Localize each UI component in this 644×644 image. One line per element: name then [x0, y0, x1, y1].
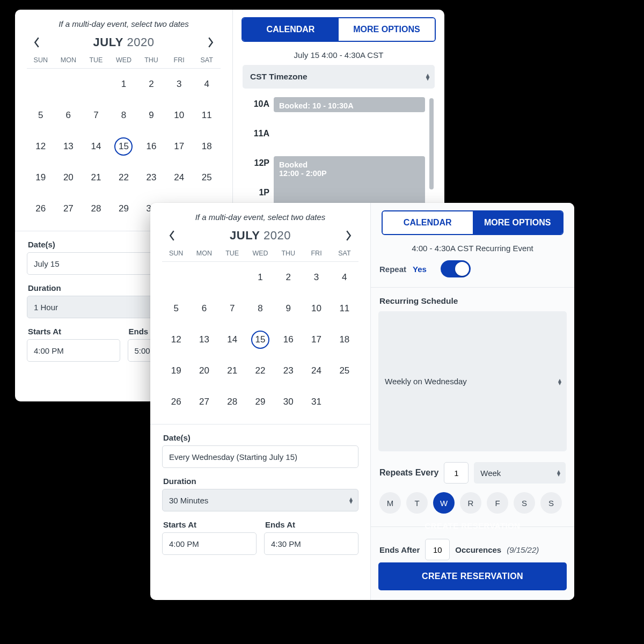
calendar-day[interactable]: 14: [82, 136, 110, 157]
weekday-label: SAT: [193, 56, 221, 64]
repeat-value: Yes: [413, 265, 427, 274]
multi-day-hint: If a multi-day event, select two dates: [162, 213, 358, 222]
calendar-day[interactable]: 22: [246, 361, 274, 381]
ends-after-input[interactable]: [425, 539, 450, 560]
tab-calendar[interactable]: CALENDAR: [383, 211, 473, 234]
calendar-day[interactable]: 17: [165, 136, 193, 157]
calendar-day[interactable]: 18: [193, 136, 221, 157]
repeat-toggle[interactable]: [441, 260, 471, 277]
day-circle[interactable]: T: [406, 492, 428, 514]
starts-at-input[interactable]: 4:00 PM: [27, 339, 120, 362]
calendar-day[interactable]: 8: [246, 298, 274, 319]
calendar-day[interactable]: 2: [274, 267, 302, 288]
calendar-day[interactable]: 13: [55, 136, 83, 157]
day-circle[interactable]: W: [433, 492, 455, 514]
scrollbar-thumb[interactable]: [429, 98, 434, 189]
next-month-button[interactable]: [203, 35, 218, 50]
calendar-day[interactable]: 21: [218, 361, 246, 381]
calendar-day[interactable]: 29: [110, 199, 138, 219]
calendar-day[interactable]: 6: [55, 105, 83, 126]
tab-more-options[interactable]: MORE OPTIONS: [339, 18, 435, 41]
day-circle[interactable]: S: [540, 492, 562, 514]
day-circle[interactable]: F: [487, 492, 508, 514]
calendar-day[interactable]: 8: [110, 105, 138, 126]
calendar-day[interactable]: 10: [302, 298, 330, 319]
calendar-day[interactable]: 28: [218, 392, 246, 412]
calendar-day[interactable]: 7: [82, 105, 110, 126]
calendar-day[interactable]: 20: [55, 167, 83, 188]
calendar-day[interactable]: 23: [137, 167, 165, 188]
calendar-day[interactable]: 14: [218, 330, 246, 350]
calendar-day[interactable]: 9: [274, 298, 302, 319]
calendar-day[interactable]: 23: [274, 361, 302, 381]
calendar-day[interactable]: 20: [190, 361, 218, 381]
month-header: JULY 2020: [162, 228, 358, 243]
prev-month-button[interactable]: [164, 228, 179, 243]
calendar-day[interactable]: 28: [82, 199, 110, 219]
calendar-day[interactable]: 4: [193, 74, 221, 94]
calendar-day[interactable]: 1: [246, 267, 274, 288]
day-circle[interactable]: M: [379, 492, 401, 514]
calendar-day[interactable]: 16: [274, 330, 302, 350]
calendar-day[interactable]: 16: [137, 136, 165, 157]
next-month-button[interactable]: [341, 228, 356, 243]
create-reservation-button[interactable]: CREATE RESERVATION: [378, 562, 567, 590]
tab-more-options[interactable]: MORE OPTIONS: [473, 211, 563, 234]
calendar-day[interactable]: 19: [162, 361, 190, 381]
calendar-day[interactable]: 31: [302, 392, 330, 412]
calendar-day[interactable]: 25: [193, 167, 221, 188]
day-circle[interactable]: S: [514, 492, 535, 514]
calendar-day[interactable]: 25: [331, 361, 358, 381]
ends-at-input[interactable]: 4:30 PM: [264, 532, 358, 555]
calendar-day[interactable]: 5: [162, 298, 190, 319]
calendar-day[interactable]: 11: [193, 105, 221, 126]
calendar-day[interactable]: 1: [110, 74, 138, 94]
calendar-day[interactable]: 9: [137, 105, 165, 126]
weekday-header: SUNMONTUEWEDTHUFRISAT: [162, 246, 358, 260]
calendar-day[interactable]: 17: [302, 330, 330, 350]
calendar-day[interactable]: 21: [82, 167, 110, 188]
starts-at-label: Starts At: [28, 327, 119, 336]
prev-month-button[interactable]: [29, 35, 44, 50]
calendar-day[interactable]: 11: [331, 298, 358, 319]
calendar-day[interactable]: 4: [331, 267, 358, 288]
calendar-day[interactable]: 12: [27, 136, 55, 157]
duration-select[interactable]: 30 Minutes ▴▾: [162, 489, 358, 511]
calendar-day[interactable]: 10: [165, 105, 193, 126]
calendar-day[interactable]: 7: [218, 298, 246, 319]
calendar-day[interactable]: 3: [302, 267, 330, 288]
calendar-day[interactable]: 27: [55, 199, 83, 219]
weekday-label: MON: [190, 250, 218, 257]
calendar-day[interactable]: 29: [246, 392, 274, 412]
calendar-day[interactable]: 18: [331, 330, 358, 350]
calendar-day[interactable]: 15: [110, 136, 138, 157]
calendar-day[interactable]: 30: [274, 392, 302, 412]
calendar-day[interactable]: 19: [27, 167, 55, 188]
calendar-day[interactable]: 27: [190, 392, 218, 412]
weekday-label: SUN: [27, 56, 55, 64]
calendar-day[interactable]: 26: [27, 199, 55, 219]
calendar-day[interactable]: 15: [246, 330, 274, 350]
calendar-day[interactable]: 24: [165, 167, 193, 188]
calendar-day[interactable]: 22: [110, 167, 138, 188]
starts-at-input[interactable]: 4:00 PM: [162, 532, 257, 555]
calendar-day[interactable]: 3: [165, 74, 193, 94]
day-circle[interactable]: R: [460, 492, 481, 514]
dates-input[interactable]: Every Wednesday (Starting July 15): [162, 445, 358, 468]
calendar-day[interactable]: 12: [162, 330, 190, 350]
recurring-schedule-select[interactable]: Weekly on Wednesday ▴▾: [378, 311, 567, 451]
occurrences-label: Occurences: [455, 545, 501, 554]
calendar-day[interactable]: 13: [190, 330, 218, 350]
calendar-day[interactable]: 6: [190, 298, 218, 319]
repeats-unit-select[interactable]: Week ▴▾: [474, 462, 566, 484]
weekday-label: FRI: [302, 250, 330, 257]
calendar-day[interactable]: 24: [302, 361, 330, 381]
weekday-header: SUNMONTUEWEDTHUFRISAT: [27, 53, 221, 67]
calendar-day[interactable]: 2: [137, 74, 165, 94]
repeats-every-input[interactable]: [444, 462, 469, 484]
hour-label: 10A: [243, 99, 269, 109]
calendar-day[interactable]: 26: [162, 392, 190, 412]
calendar-day[interactable]: 5: [27, 105, 55, 126]
timezone-select[interactable]: CST Timezone ▴▾: [243, 65, 435, 89]
tab-calendar[interactable]: CALENDAR: [243, 18, 339, 41]
